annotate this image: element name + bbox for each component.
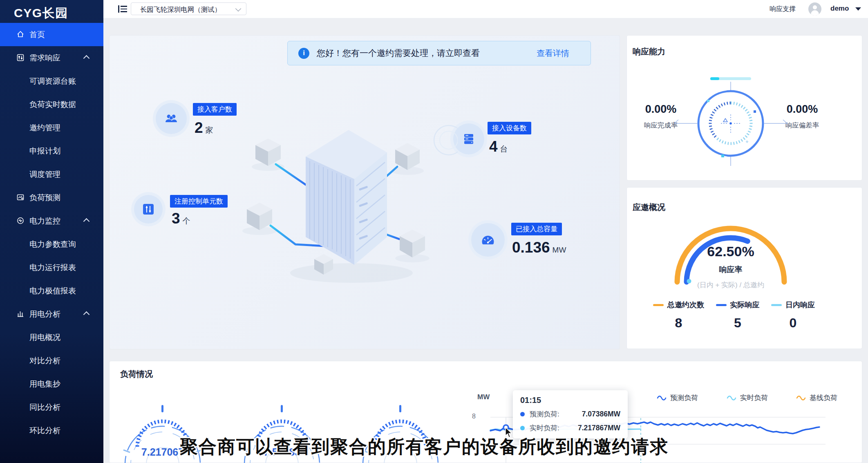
svg-text:7.217067: 7.217067 bbox=[141, 446, 184, 458]
response-rate-block: 62.50% 响应率 (日内 + 实际) / 总邀约 bbox=[669, 244, 792, 290]
sidebar-item-adjustable-resources[interactable]: 可调资源台账 bbox=[0, 69, 103, 93]
org-selector-dropdown[interactable]: 长园飞轮深圳电网（测试） bbox=[131, 2, 246, 15]
banner-message: 您好！您有一个邀约需要处理，请立即查看 bbox=[317, 47, 480, 59]
response-support-link[interactable]: 响应支撑 bbox=[770, 5, 796, 13]
legend-intraday-response[interactable]: 日内响应 0 bbox=[771, 300, 815, 331]
sidebar-item-home[interactable]: 首页 bbox=[0, 23, 103, 46]
stat-value: 2家 bbox=[195, 119, 213, 136]
username[interactable]: demo bbox=[830, 4, 849, 13]
stat-capacity-icon-circle bbox=[471, 223, 505, 257]
avatar[interactable] bbox=[808, 2, 821, 16]
stat-value: 4台 bbox=[489, 138, 508, 155]
stat-value: 0.136MW bbox=[512, 239, 566, 256]
sidebar-item-yoy-analysis[interactable]: 同比分析 bbox=[0, 396, 103, 419]
notification-banner: i 您好！您有一个邀约需要处理，请立即查看 查看详情 bbox=[287, 41, 591, 65]
legend-dash-icon bbox=[653, 304, 664, 306]
tooltip-row: 实时负荷: 7.217867MW bbox=[520, 423, 620, 433]
menu-collapse-icon[interactable] bbox=[118, 5, 127, 13]
legend-actual-response[interactable]: 实际响应 5 bbox=[716, 300, 760, 331]
sidebar-item-dispatch-management[interactable]: 调度管理 bbox=[0, 163, 103, 186]
response-ability-title: 响应能力 bbox=[633, 46, 665, 57]
top-header: 长园飞轮深圳电网（测试） 响应支撑 demo bbox=[103, 0, 868, 18]
devices-icon bbox=[461, 132, 476, 146]
tooltip-row: 预测负荷: 7.07386MW bbox=[520, 409, 620, 419]
response-rate-formula: (日内 + 实际) / 总邀约 bbox=[669, 280, 792, 290]
user-menu-caret-icon[interactable] bbox=[855, 7, 861, 11]
control-units-icon bbox=[141, 202, 156, 217]
legend-dash-icon bbox=[716, 304, 727, 306]
stat-customers-icon-circle bbox=[156, 103, 187, 134]
stat-label: 接入设备数 bbox=[488, 122, 531, 134]
chevron-up-icon bbox=[83, 218, 90, 225]
tooltip-time: 01:15 bbox=[520, 396, 620, 405]
customers-icon bbox=[163, 111, 179, 126]
legend-dash-icon bbox=[771, 304, 782, 306]
stat-label: 接入客户数 bbox=[193, 103, 237, 116]
chevron-down-icon bbox=[235, 6, 241, 11]
stat-control-units-icon-circle bbox=[134, 195, 163, 224]
sidebar-item-mom-analysis[interactable]: 环比分析 bbox=[0, 419, 103, 442]
response-rate-value: 62.50% bbox=[669, 244, 792, 259]
sidebar-item-invitation-management[interactable]: 邀约管理 bbox=[0, 116, 103, 139]
chart-tooltip: 01:15 预测负荷: 7.07386MW 实时负荷: 7.217867MW bbox=[513, 390, 628, 438]
home-icon bbox=[16, 30, 25, 38]
stat-label: 注册控制单元数 bbox=[170, 195, 228, 208]
sidebar-item-power-parameter-query[interactable]: 电力参数查询 bbox=[0, 233, 103, 256]
sidebar-item-declaration-plan[interactable]: 申报计划 bbox=[0, 139, 103, 163]
series-dot-icon bbox=[520, 426, 525, 430]
response-rate-label: 响应率 bbox=[669, 264, 792, 275]
sidebar-item-load-forecast[interactable]: 负荷预测 bbox=[0, 186, 103, 209]
video-subtitle: 聚合商可以查看到聚合的所有客户的设备所收到的邀约请求 bbox=[180, 435, 669, 459]
sidebar-group-demand-response[interactable]: 需求响应 bbox=[0, 46, 103, 69]
bar-chart-icon bbox=[16, 310, 25, 318]
radar-gauge bbox=[673, 74, 788, 172]
sliders-icon bbox=[16, 54, 25, 62]
sidebar: CYG长园 首页 需求响应 可调资源台账 负荷实时数据 邀约管理 申报计划 调度… bbox=[0, 0, 103, 463]
chevron-up-icon bbox=[83, 311, 90, 318]
sidebar-group-power-monitoring[interactable]: 电力监控 bbox=[0, 209, 103, 233]
legend-total-invitations[interactable]: 总邀约次数 8 bbox=[653, 300, 704, 331]
sidebar-item-electricity-overview[interactable]: 用电概况 bbox=[0, 326, 103, 349]
stat-label: 已接入总容量 bbox=[511, 223, 562, 235]
pulse-monitor-icon bbox=[16, 217, 25, 225]
sidebar-item-power-extreme-report[interactable]: 电力极值报表 bbox=[0, 279, 103, 302]
invitation-legend: 总邀约次数 8 实际响应 5 日内响应 0 bbox=[653, 300, 815, 331]
app-logo: CYG长园 bbox=[14, 5, 68, 22]
stat-devices-icon-circle bbox=[453, 123, 484, 154]
load-overview-title: 负荷情况 bbox=[120, 369, 153, 380]
server-network-illustration bbox=[229, 114, 458, 286]
chevron-up-icon bbox=[83, 55, 90, 62]
sidebar-item-realtime-load-data[interactable]: 负荷实时数据 bbox=[0, 93, 103, 116]
sidebar-item-power-operation-report[interactable]: 电力运行报表 bbox=[0, 256, 103, 279]
invitation-overview-title: 应邀概况 bbox=[633, 202, 665, 213]
sidebar-item-meter-collection[interactable]: 用电集抄 bbox=[0, 372, 103, 396]
sidebar-item-comparison-analysis[interactable]: 对比分析 bbox=[0, 349, 103, 372]
stat-value: 3个 bbox=[172, 210, 190, 227]
forecast-chart-icon bbox=[16, 193, 25, 201]
banner-detail-link[interactable]: 查看详情 bbox=[537, 48, 569, 59]
sidebar-group-electricity-analysis[interactable]: 用电分析 bbox=[0, 302, 103, 326]
series-dot-icon bbox=[520, 412, 525, 416]
info-icon: i bbox=[298, 48, 309, 59]
dashboard-page: CYG长园 首页 需求响应 可调资源台账 负荷实时数据 邀约管理 申报计划 调度… bbox=[0, 0, 868, 463]
capacity-gauge-icon bbox=[479, 231, 497, 248]
